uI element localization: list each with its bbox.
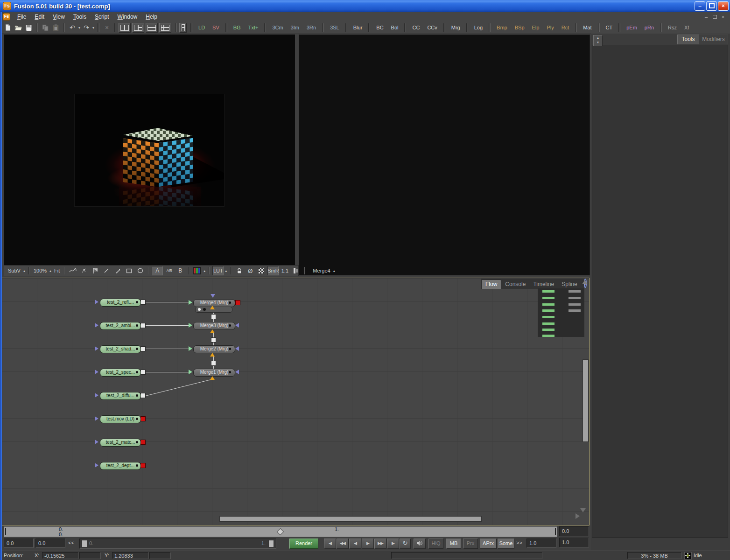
layout-3-button[interactable] bbox=[146, 23, 158, 33]
merge-aux-connector[interactable] bbox=[235, 370, 239, 374]
fast-reverse-button[interactable]: ◀◀ bbox=[337, 539, 349, 549]
rectangle-tool-button[interactable] bbox=[124, 266, 134, 275]
left-view-dot[interactable] bbox=[198, 308, 201, 311]
undo-button[interactable]: ↶ bbox=[67, 23, 77, 32]
line-tool-button[interactable] bbox=[101, 266, 112, 275]
horizontal-scrollbar-thumb[interactable] bbox=[219, 516, 482, 522]
node-test-2-refl[interactable]: test_2_refl.... bbox=[100, 299, 141, 307]
channel-select-button[interactable] bbox=[192, 266, 202, 275]
node-input-connector[interactable] bbox=[95, 346, 98, 351]
tab-spline[interactable]: Spline bbox=[558, 280, 581, 289]
node-output-connector[interactable] bbox=[140, 393, 146, 398]
node-test-mov[interactable]: test.mov (LD) bbox=[100, 415, 141, 423]
lut-button[interactable]: LUT bbox=[212, 266, 224, 275]
some-toggle[interactable]: Some bbox=[498, 539, 514, 549]
node-output-dot[interactable] bbox=[136, 464, 138, 467]
tool-3d-render-button[interactable]: 3Rn bbox=[303, 23, 320, 32]
ruler-right-field[interactable]: 0.0 bbox=[559, 526, 589, 536]
mask-input-connector[interactable] bbox=[211, 294, 215, 298]
node-output-connector[interactable] bbox=[140, 370, 146, 375]
merge-bg-input[interactable] bbox=[189, 370, 192, 374]
node-output-dot[interactable] bbox=[229, 371, 231, 373]
mdi-minimize-button[interactable]: – bbox=[702, 13, 710, 21]
node-output-connector[interactable] bbox=[140, 323, 146, 328]
node-input-connector[interactable] bbox=[95, 370, 98, 374]
menu-tools[interactable]: Tools bbox=[69, 13, 91, 21]
redo-dropdown[interactable]: ▾ bbox=[91, 26, 95, 30]
tool-pemitter-button[interactable]: pEm bbox=[623, 23, 641, 32]
panel-spinner[interactable]: ▴▾ bbox=[593, 35, 603, 46]
zoom-level-button[interactable]: 100% bbox=[32, 266, 49, 275]
viewer-left[interactable] bbox=[4, 35, 295, 265]
wire-knot[interactable] bbox=[211, 314, 216, 319]
node-render-indicator[interactable] bbox=[140, 440, 146, 445]
node-input-connector[interactable] bbox=[95, 416, 98, 421]
view-b-button[interactable]: B bbox=[175, 266, 185, 275]
tab-modifiers[interactable]: Modifiers bbox=[699, 35, 728, 44]
merge-fg-input[interactable] bbox=[210, 353, 215, 357]
node-test-2-ambi[interactable]: test_2_ambi... bbox=[100, 322, 141, 330]
play-reverse-button[interactable]: ◀ bbox=[349, 539, 361, 549]
view-a-button[interactable]: A bbox=[152, 266, 163, 275]
tool-loader-button[interactable]: LD bbox=[195, 23, 209, 32]
tool-brightness-button[interactable]: BC bbox=[372, 23, 387, 32]
proxy-toggle[interactable]: Prx bbox=[463, 539, 478, 549]
autoproxy-toggle[interactable]: APrx bbox=[480, 539, 497, 549]
close-button[interactable]: × bbox=[718, 1, 729, 11]
tool-rectangle-button[interactable]: Rct bbox=[558, 23, 573, 32]
node-test-2-diffu[interactable]: test_2_diffu... bbox=[100, 392, 141, 400]
tool-boolean-button[interactable]: Bol bbox=[387, 23, 402, 32]
tool-matte-button[interactable]: Mat bbox=[579, 23, 595, 32]
copy-button[interactable] bbox=[40, 23, 50, 32]
node-input-connector[interactable] bbox=[95, 393, 98, 398]
menu-view[interactable]: View bbox=[49, 13, 69, 21]
node-input-connector[interactable] bbox=[95, 463, 98, 468]
node-input-connector[interactable] bbox=[95, 300, 98, 304]
zoom-dropdown[interactable]: ▴ bbox=[49, 269, 52, 273]
tool-bspline-button[interactable]: BSp bbox=[511, 23, 528, 32]
tool-merge-button[interactable]: Mrg bbox=[448, 23, 464, 32]
tab-console[interactable]: Console bbox=[501, 280, 529, 289]
node-test-2-shad[interactable]: test_2_shad... bbox=[100, 345, 141, 353]
menu-script[interactable]: Script bbox=[91, 13, 113, 21]
flow-navigator[interactable] bbox=[538, 288, 584, 337]
node-render-indicator[interactable] bbox=[235, 300, 240, 305]
paint-tool-button[interactable] bbox=[112, 266, 123, 275]
node-render-indicator[interactable] bbox=[140, 416, 146, 421]
open-comp-button[interactable] bbox=[13, 23, 23, 32]
right-view-dot[interactable] bbox=[203, 308, 206, 311]
tab-timeline[interactable]: Timeline bbox=[529, 280, 558, 289]
node-output-connector[interactable] bbox=[140, 300, 146, 305]
tool-log-button[interactable]: Log bbox=[470, 23, 486, 32]
restore-button[interactable] bbox=[706, 1, 717, 11]
node-test-2-dept[interactable]: test_2_dept... bbox=[100, 462, 141, 470]
tool-resize-button[interactable]: Rsz bbox=[664, 23, 681, 32]
layout-4-button[interactable] bbox=[159, 23, 171, 33]
node-input-connector[interactable] bbox=[95, 440, 98, 444]
tool-blur-button[interactable]: Blur bbox=[350, 23, 366, 32]
viewer-right[interactable] bbox=[299, 35, 590, 275]
save-comp-button[interactable] bbox=[23, 23, 34, 32]
node-render-indicator[interactable] bbox=[140, 463, 146, 468]
bspline-tool-button[interactable] bbox=[79, 266, 89, 275]
tool-bitmap-button[interactable]: Bmp bbox=[493, 23, 511, 32]
node-input-connector[interactable] bbox=[95, 323, 98, 328]
node-output-dot[interactable] bbox=[136, 348, 138, 350]
channel-dropdown[interactable]: ▴ bbox=[203, 269, 206, 273]
play-forward-button[interactable]: ▶ bbox=[362, 539, 374, 549]
tool-colorcorrect-button[interactable]: CC bbox=[408, 23, 423, 32]
node-output-dot[interactable] bbox=[136, 324, 138, 327]
range-start-field[interactable]: 0.0 bbox=[4, 539, 34, 548]
tool-prender-button[interactable]: pRn bbox=[641, 23, 658, 32]
paste-button[interactable] bbox=[50, 23, 61, 32]
undo-dropdown[interactable]: ▾ bbox=[77, 26, 81, 30]
menu-help[interactable]: Help bbox=[141, 13, 161, 21]
layout-2-button[interactable] bbox=[132, 23, 144, 33]
tool-polygon-button[interactable]: Ply bbox=[543, 23, 557, 32]
merge-bg-input[interactable] bbox=[189, 323, 192, 328]
scroll-down-arrow[interactable] bbox=[580, 508, 586, 512]
goto-end-button[interactable]: ▶ bbox=[387, 539, 399, 549]
fast-forward-button[interactable]: ▶▶ bbox=[374, 539, 386, 549]
merge-aux-connector[interactable] bbox=[235, 323, 239, 328]
node-output-dot[interactable] bbox=[229, 301, 231, 304]
